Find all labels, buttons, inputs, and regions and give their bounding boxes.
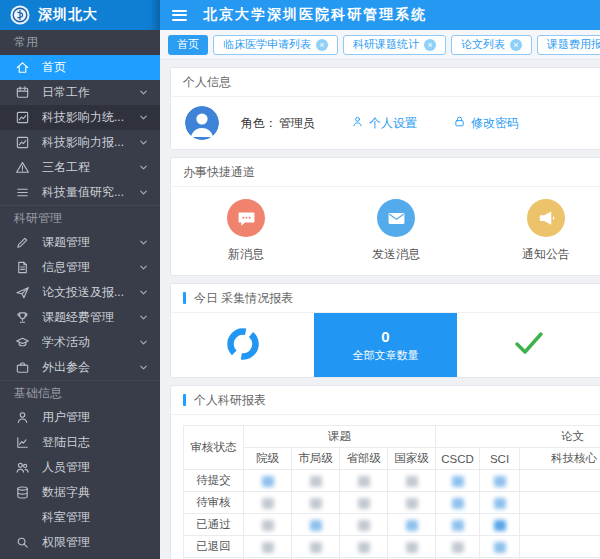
table-cell [436, 470, 480, 492]
panel-today-report: 今日 采集情况报表 0全部文章数量 [170, 283, 600, 378]
sidebar-item-label: 三名工程 [42, 159, 138, 176]
chevron-down-icon [138, 237, 150, 249]
tab[interactable]: 科研课题统计× [343, 35, 446, 55]
tab[interactable]: 临床医学申请列表× [213, 35, 338, 55]
alert-triangle-icon [14, 160, 30, 176]
blurred-value[interactable] [494, 520, 506, 531]
megaphone-icon [527, 199, 565, 237]
document-icon [14, 260, 30, 276]
row-header: 待审核 [184, 492, 244, 514]
sidebar-item[interactable]: 人员管理 [0, 455, 160, 480]
table-cell [480, 470, 520, 492]
blurred-value[interactable] [262, 520, 274, 531]
chevron-down-icon [138, 312, 150, 324]
blurred-value[interactable] [262, 542, 274, 553]
quick-item[interactable]: 发送消息 [321, 187, 471, 275]
row-header: 已退回 [184, 536, 244, 558]
blurred-value[interactable] [406, 542, 418, 553]
chevron-down-icon [138, 162, 150, 174]
menu-toggle-icon[interactable] [172, 7, 187, 23]
sidebar-item[interactable]: 首页 [0, 55, 160, 80]
table-cell [520, 536, 600, 558]
blurred-value[interactable] [262, 476, 274, 487]
sidebar-item[interactable]: 外出参会 [0, 355, 160, 380]
quick-item[interactable]: 通知公告 [471, 187, 600, 275]
blurred-value[interactable] [452, 498, 464, 509]
tab-close-icon[interactable]: × [424, 39, 436, 51]
sidebar-item-label: 权限管理 [42, 534, 150, 551]
quick-item[interactable]: 新消息 [171, 187, 321, 275]
sidebar-item-label: 科技影响力报... [42, 134, 138, 151]
blurred-value[interactable] [310, 542, 322, 553]
tab-close-icon[interactable]: × [510, 39, 522, 51]
blurred-value[interactable] [358, 520, 370, 531]
user-icon [14, 410, 30, 426]
sidebar-item[interactable]: 科技影响力统... [0, 105, 160, 130]
blurred-value[interactable] [452, 520, 464, 531]
sidebar-item-label: 登陆日志 [42, 434, 150, 451]
blurred-value[interactable] [310, 476, 322, 487]
blurred-value[interactable] [406, 476, 418, 487]
sidebar-item[interactable]: 登陆日志 [0, 430, 160, 455]
table-cell [340, 470, 388, 492]
role-value: 管理员 [279, 116, 315, 130]
tab-label: 科研课题统计 [353, 37, 419, 52]
title-accent-bar [183, 292, 186, 304]
blurred-value[interactable] [262, 498, 274, 509]
tab[interactable]: 论文列表× [451, 35, 532, 55]
table-cell [244, 470, 292, 492]
sidebar-item-label: 用户管理 [42, 409, 150, 426]
blurred-value[interactable] [358, 542, 370, 553]
calendar-icon [14, 85, 30, 101]
sidebar-item[interactable]: 课题经费管理 [0, 305, 160, 330]
blurred-value[interactable] [494, 498, 506, 509]
sidebar-item[interactable]: 科技影响力报... [0, 130, 160, 155]
blurred-value[interactable] [406, 498, 418, 509]
sidebar-item-label: 科室管理 [42, 509, 150, 526]
system-title: 北京大学深圳医院科研管理系统 [203, 6, 427, 24]
table-row: 已退回 [184, 536, 600, 558]
blurred-value[interactable] [358, 476, 370, 487]
sidebar-item[interactable]: 信息管理 [0, 255, 160, 280]
table-cell [436, 536, 480, 558]
lock-icon [453, 115, 466, 131]
tab[interactable]: 课题费用报表× [537, 35, 600, 55]
blurred-value[interactable] [358, 498, 370, 509]
sidebar-item[interactable]: 数据字典 [0, 480, 160, 505]
sidebar-item[interactable]: 科技量值研究... [0, 180, 160, 205]
panel-title: 今日 采集情况报表 [171, 284, 600, 313]
link-personal-settings[interactable]: 个人设置 [351, 115, 417, 132]
column-header: 科技核心（统计源）期刊 [520, 448, 600, 470]
chevron-down-icon [138, 112, 150, 124]
brand: 深圳北大 [0, 0, 160, 30]
sidebar-item[interactable]: 权限管理 [0, 530, 160, 555]
blurred-value[interactable] [452, 542, 464, 553]
column-group-header: 论文 [436, 426, 600, 448]
role-label: 角色： [241, 116, 277, 130]
blurred-value[interactable] [452, 476, 464, 487]
tab-active[interactable]: 首页 [168, 35, 208, 55]
blurred-value[interactable] [310, 498, 322, 509]
column-header: 省部级 [340, 448, 388, 470]
blank-icon [14, 510, 30, 526]
blurred-value[interactable] [310, 520, 322, 531]
table-cell [292, 536, 340, 558]
link-change-password[interactable]: 修改密码 [453, 115, 519, 132]
sidebar-item[interactable]: 科室管理 [0, 505, 160, 530]
sidebar-item[interactable]: 课题管理 [0, 230, 160, 255]
research-report-body: 审核状态课题论文院级市局级省部级国家级CSCDSCI科技核心（统计源）期刊待提交… [171, 415, 600, 559]
sidebar-item[interactable]: 日常工作 [0, 80, 160, 105]
blurred-value[interactable] [494, 476, 506, 487]
sidebar-item[interactable]: 学术活动 [0, 330, 160, 355]
tab-label: 临床医学申请列表 [223, 37, 311, 52]
table-header-row: 审核状态课题论文 [184, 426, 600, 448]
blurred-value[interactable] [406, 520, 418, 531]
sidebar: 常用首页日常工作科技影响力统...科技影响力报...三名工程科技量值研究...科… [0, 30, 160, 559]
tab-close-icon[interactable]: × [316, 39, 328, 51]
table-cell [292, 514, 340, 536]
today-report-body: 0全部文章数量 [171, 313, 600, 377]
sidebar-item[interactable]: 论文投送及报... [0, 280, 160, 305]
blurred-value[interactable] [494, 542, 506, 553]
sidebar-item[interactable]: 三名工程 [0, 155, 160, 180]
sidebar-item[interactable]: 用户管理 [0, 405, 160, 430]
